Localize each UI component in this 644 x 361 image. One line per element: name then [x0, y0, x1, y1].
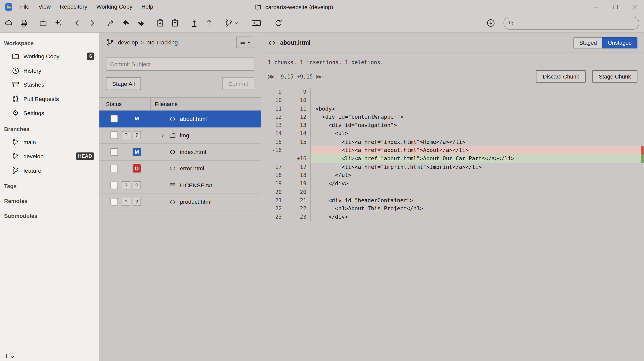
sidebar-item[interactable]: Pull Requests	[0, 92, 99, 106]
file-row[interactable]: ? ? LICENSE.txt	[99, 177, 261, 194]
pull-request-icon	[12, 95, 20, 103]
file-cell: about.html	[154, 111, 261, 127]
stage-checkbox[interactable]	[111, 115, 118, 122]
expand-chevron-icon[interactable]	[160, 133, 166, 138]
branch-menu-button[interactable]	[221, 16, 241, 30]
submodules-header[interactable]: Submodules	[0, 207, 99, 222]
file-name: img	[180, 132, 189, 139]
close-button[interactable]	[625, 0, 644, 14]
sidebar-item[interactable]: Working Copy 6	[0, 49, 99, 63]
menu-item[interactable]: Working Copy	[92, 0, 137, 14]
staged-tab[interactable]: Staged	[574, 37, 602, 48]
chunk-bar: @@ -9,15 +9,15 @@ Discard Chunk Stage Ch…	[261, 65, 644, 83]
commit-subject-input[interactable]	[106, 58, 254, 71]
toolbar	[0, 14, 644, 33]
file-row[interactable]: ? ? product.html	[99, 194, 261, 210]
clipboard-down-icon	[156, 18, 165, 28]
list-options-button[interactable]	[236, 37, 254, 48]
menu-item[interactable]: Repository	[55, 0, 92, 14]
stash-pop-button[interactable]	[168, 16, 182, 30]
menu-item[interactable]: File	[16, 0, 34, 14]
stage-checkbox[interactable]	[111, 148, 118, 156]
window-controls	[586, 0, 644, 14]
file-name: index.html	[180, 149, 206, 155]
git-branch-icon	[106, 38, 114, 46]
stage-all-button[interactable]: Stage All	[106, 77, 141, 90]
refresh-button[interactable]	[271, 16, 286, 30]
merge-button[interactable]	[133, 16, 148, 30]
chevron-down-icon	[234, 21, 238, 25]
file-row[interactable]: ? ? img	[99, 127, 261, 144]
stage-checkbox[interactable]	[111, 165, 118, 172]
menu-item[interactable]: Help	[137, 0, 158, 14]
status-badges: ? ?	[122, 198, 154, 206]
new-line-number: 20	[284, 188, 310, 196]
tags-header[interactable]: Tags	[0, 177, 99, 192]
cloud-icon	[5, 18, 14, 28]
push-all-button[interactable]	[202, 16, 217, 30]
workspace-header: Workspace	[0, 35, 99, 49]
sidebar-item[interactable]: ⚙ Settings	[0, 106, 99, 120]
sidebar-item[interactable]: History	[0, 63, 99, 78]
checkout-button[interactable]	[104, 16, 119, 30]
stage-checkbox[interactable]	[111, 198, 118, 205]
add-repository-button[interactable]	[3, 353, 14, 359]
breadcrumb-separator: >	[141, 39, 144, 46]
old-line-number: 23	[261, 213, 284, 221]
push-button[interactable]	[187, 16, 202, 30]
maximize-button[interactable]	[605, 0, 625, 14]
search-box[interactable]	[503, 17, 639, 29]
back-button[interactable]	[70, 16, 85, 30]
old-line-number: 20	[261, 188, 284, 196]
menu-item[interactable]: View	[34, 0, 55, 14]
discard-chunk-button[interactable]: Discard Chunk	[536, 70, 586, 83]
minimize-button[interactable]	[586, 0, 605, 14]
diff-line: 18 18 </ul>	[261, 171, 644, 180]
filename-column-header: Filename	[150, 98, 261, 110]
search-input[interactable]	[518, 19, 635, 27]
clock-icon	[12, 66, 20, 75]
sidebar-branch-item[interactable]: develop HEAD	[0, 149, 99, 163]
sidebar-item[interactable]: Stashes	[0, 78, 99, 92]
diff-line-text: <body>	[310, 105, 644, 113]
pull-button[interactable]	[119, 16, 133, 30]
open-repository-button[interactable]	[36, 16, 51, 30]
file-row[interactable]: M about.html	[99, 111, 261, 127]
magic-button[interactable]	[50, 16, 65, 30]
status-badge: D	[133, 164, 141, 173]
stage-chunk-button[interactable]: Stage Chunk	[592, 70, 637, 83]
stash-save-button[interactable]	[153, 16, 168, 30]
terminal-button[interactable]	[246, 16, 266, 30]
branch-bar: develop > No Tracking	[99, 33, 261, 52]
staged-toggle: Staged Unstaged	[574, 37, 637, 48]
stage-checkbox[interactable]	[111, 182, 118, 189]
file-cell: img	[154, 127, 261, 143]
unstaged-tab[interactable]: Unstaged	[602, 37, 637, 48]
new-line-number: 9	[284, 88, 310, 96]
new-line-number: 13	[284, 121, 310, 130]
diff-line-text: </div>	[310, 213, 644, 221]
file-row[interactable]: D error.html	[99, 161, 261, 177]
diff-line-text: <li><a href="imprint.html">Imprint</a></…	[310, 163, 644, 171]
sidebar-branch-item[interactable]: main	[0, 135, 99, 149]
chevron-down-icon	[10, 355, 14, 359]
cloud-button[interactable]	[2, 16, 17, 30]
diff-line-text: </div>	[310, 180, 644, 188]
sidebar-branch-item[interactable]: feature	[0, 163, 99, 177]
commit-button[interactable]: Commit	[222, 77, 254, 90]
forward-button[interactable]	[85, 16, 99, 30]
status-badge: ?	[122, 131, 130, 140]
sidebar-item-label: Pull Requests	[23, 96, 86, 102]
status-badges: M	[122, 115, 154, 123]
workspace-list: Working Copy 6 History	[0, 49, 99, 120]
old-line-number: 9	[261, 88, 284, 96]
gear-icon: ⚙	[12, 109, 20, 117]
file-row[interactable]: M index.html	[99, 144, 261, 161]
remotes-header[interactable]: Remotes	[0, 192, 99, 207]
print-button[interactable]	[16, 16, 31, 30]
status-badge: ?	[122, 198, 130, 206]
stage-checkbox[interactable]	[111, 132, 118, 139]
code-file-icon	[169, 198, 176, 205]
status-badge: ?	[133, 131, 141, 140]
fetch-button[interactable]	[484, 16, 498, 30]
